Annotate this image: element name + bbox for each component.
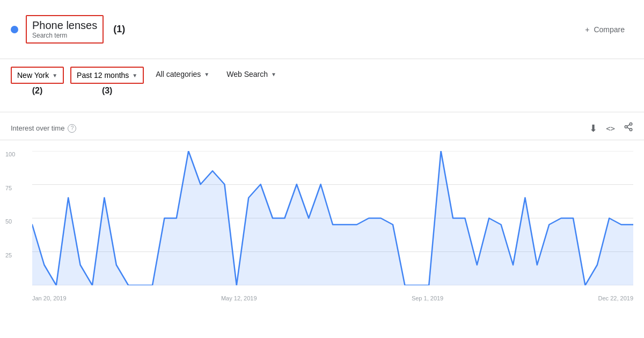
category-filter-group: All categories ▼ <box>150 67 215 82</box>
y-label-75: 75 <box>5 185 15 191</box>
compare-plus-icon: + <box>585 25 589 34</box>
location-filter-button[interactable]: New York ▼ <box>11 67 64 84</box>
y-label-100: 100 <box>5 151 15 157</box>
help-icon[interactable]: ? <box>68 124 76 133</box>
y-label-50: 50 <box>5 218 15 225</box>
x-label-sep: Sep 1, 2019 <box>412 295 443 301</box>
chart-actions: ⬇ <> <box>589 122 633 134</box>
search-type-chevron-icon: ▼ <box>271 71 276 77</box>
search-type-filter-group: Web Search ▼ <box>221 67 282 82</box>
chart-title: Interest over time <box>11 124 64 132</box>
category-label: All categories <box>156 70 201 78</box>
download-icon[interactable]: ⬇ <box>589 123 597 134</box>
annotation-2: (2) <box>32 86 43 96</box>
search-type-label: Web Search <box>226 70 268 78</box>
embed-icon[interactable]: <> <box>606 124 615 133</box>
x-label-dec: Dec 22, 2019 <box>598 295 633 301</box>
period-filter-group: Past 12 months ▼ (3) <box>70 67 144 96</box>
category-chevron-icon: ▼ <box>204 71 209 77</box>
period-chevron-icon: ▼ <box>132 73 137 78</box>
trend-chart-svg <box>32 151 633 285</box>
search-type-filter-button[interactable]: Web Search ▼ <box>221 67 282 82</box>
search-term-box[interactable]: Phone lenses Search term <box>26 15 104 44</box>
location-filter-group: New York ▼ (2) <box>11 67 64 96</box>
header-section: Phone lenses Search term (1) + Compare <box>0 0 644 59</box>
compare-button[interactable]: + Compare <box>576 21 633 38</box>
x-label-jan: Jan 20, 2019 <box>32 295 67 301</box>
chart-header: Interest over time ? ⬇ <> <box>0 112 644 140</box>
annotation-3: (3) <box>102 86 113 96</box>
location-label: New York <box>17 71 49 80</box>
x-axis-labels: Jan 20, 2019 May 12, 2019 Sep 1, 2019 De… <box>32 295 633 301</box>
chart-area: 100 75 50 25 Jan 20, 2019 May 12, 2019 S… <box>0 140 644 307</box>
series-dot <box>11 26 18 33</box>
annotation-1: (1) <box>113 24 125 35</box>
search-term-sublabel: Search term <box>32 32 97 39</box>
filter-bar: New York ▼ (2) Past 12 months ▼ (3) All … <box>0 59 644 112</box>
share-icon[interactable] <box>624 122 633 134</box>
compare-label: Compare <box>594 25 625 34</box>
period-label: Past 12 months <box>77 71 129 80</box>
x-label-may: May 12, 2019 <box>221 295 257 301</box>
svg-line-3 <box>627 127 630 129</box>
search-term-text: Phone lenses <box>32 19 97 32</box>
category-filter-button[interactable]: All categories ▼ <box>150 67 215 82</box>
svg-line-4 <box>627 125 630 126</box>
location-chevron-icon: ▼ <box>52 73 57 78</box>
period-filter-button[interactable]: Past 12 months ▼ <box>70 67 144 84</box>
search-term-area: Phone lenses Search term (1) <box>11 15 125 44</box>
y-label-25: 25 <box>5 252 15 258</box>
y-axis-labels: 100 75 50 25 <box>5 151 15 285</box>
